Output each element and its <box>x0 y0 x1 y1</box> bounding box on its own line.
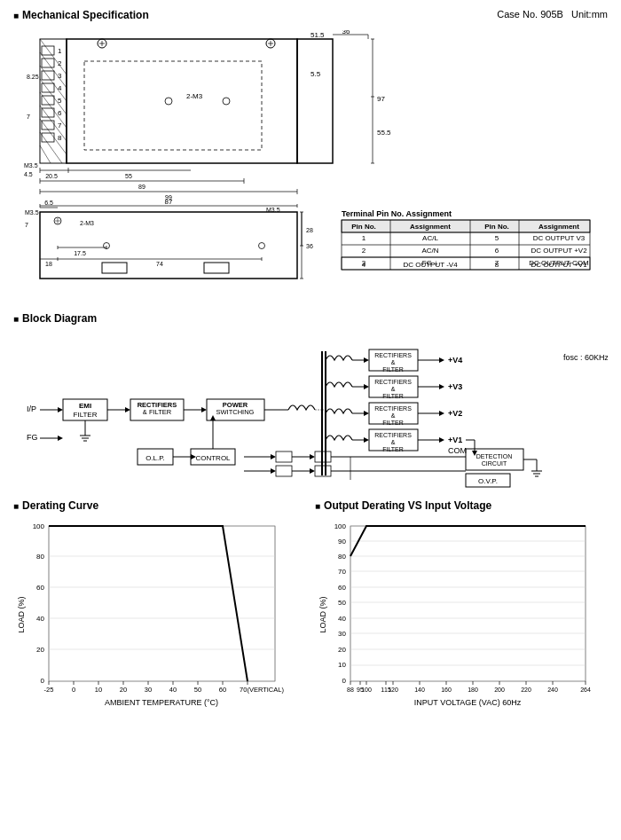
svg-text:& FILTER: & FILTER <box>143 408 172 416</box>
svg-text:DC OUTPUT -V4: DC OUTPUT -V4 <box>403 261 458 269</box>
svg-text:1: 1 <box>362 234 366 242</box>
svg-rect-225 <box>276 466 292 476</box>
block-diagram-section: Block Diagram fosc : 60KHz I/P EMI FILTE… <box>13 312 608 491</box>
svg-line-3 <box>40 52 67 88</box>
svg-marker-217 <box>271 454 276 459</box>
svg-text:1: 1 <box>58 47 62 55</box>
svg-rect-36 <box>84 61 262 150</box>
svg-line-5 <box>40 79 67 114</box>
svg-text:+V3: +V3 <box>448 382 462 391</box>
svg-text:4: 4 <box>362 261 366 269</box>
svg-text:COM: COM <box>448 446 467 455</box>
mech-drawing: 1 2 3 4 5 6 7 8 2-M3 36 97 <box>13 30 608 305</box>
svg-text:FILTER: FILTER <box>382 366 404 373</box>
svg-marker-139 <box>58 436 63 441</box>
svg-text:M3.5: M3.5 <box>24 162 38 169</box>
svg-text:90: 90 <box>338 538 346 546</box>
svg-rect-0 <box>67 39 297 163</box>
svg-text:10: 10 <box>338 661 346 669</box>
svg-text:Pin No.: Pin No. <box>484 223 509 231</box>
svg-text:AC/L: AC/L <box>422 234 438 242</box>
svg-text:&: & <box>391 439 396 445</box>
svg-text:2-M3: 2-M3 <box>186 92 203 100</box>
svg-text:18: 18 <box>45 261 52 267</box>
mech-spec-title: Mechanical Specification <box>13 9 149 21</box>
svg-text:AC/N: AC/N <box>421 247 438 255</box>
svg-text:Assignment: Assignment <box>538 223 579 231</box>
svg-text:O.V.P.: O.V.P. <box>478 477 498 485</box>
svg-text:DETECTION: DETECTION <box>476 453 512 459</box>
svg-text:CONTROL: CONTROL <box>195 454 231 462</box>
svg-marker-227 <box>310 468 315 474</box>
svg-text:28: 28 <box>306 227 313 233</box>
svg-text:120: 120 <box>388 687 398 693</box>
svg-text:40: 40 <box>338 615 346 623</box>
svg-text:6.5: 6.5 <box>44 200 53 206</box>
svg-marker-220 <box>310 454 315 459</box>
svg-rect-101 <box>204 263 229 273</box>
svg-marker-133 <box>58 407 63 412</box>
svg-text:8.25: 8.25 <box>27 74 39 80</box>
svg-marker-145 <box>125 407 130 412</box>
svg-text:30: 30 <box>145 686 152 694</box>
block-diagram-svg: fosc : 60KHz I/P EMI FILTER FG R <box>13 334 608 489</box>
svg-text:50: 50 <box>338 599 346 607</box>
svg-text:RECTIFIERS: RECTIFIERS <box>374 432 412 438</box>
svg-text:2: 2 <box>362 247 366 255</box>
derating-curve-section: Derating Curve LOAD (%) 100 80 60 40 <box>13 499 306 714</box>
bottom-charts: Derating Curve LOAD (%) 100 80 60 40 <box>13 499 608 714</box>
svg-text:89: 89 <box>138 184 145 190</box>
svg-text:4: 4 <box>58 84 62 92</box>
svg-text:FILTER: FILTER <box>382 420 404 426</box>
svg-text:LOAD (%): LOAD (%) <box>17 596 26 632</box>
svg-rect-11 <box>42 46 54 55</box>
svg-rect-14 <box>42 83 54 92</box>
svg-text:O.L.P.: O.L.P. <box>145 454 165 462</box>
svg-text:70(VERTICAL): 70(VERTICAL) <box>240 686 284 694</box>
svg-text:20: 20 <box>338 646 346 654</box>
svg-text:Terminal Pin No. Assignment: Terminal Pin No. Assignment <box>342 209 452 218</box>
svg-text:17.5: 17.5 <box>74 250 86 256</box>
svg-text:55: 55 <box>125 173 132 179</box>
svg-text:8: 8 <box>495 261 499 269</box>
svg-text:RECTIFIERS: RECTIFIERS <box>374 352 412 358</box>
svg-text:88: 88 <box>347 687 354 693</box>
output-derating-title: Output Derating VS Input Voltage <box>315 499 608 512</box>
svg-text:2-M3: 2-M3 <box>80 220 94 226</box>
svg-text:20: 20 <box>36 646 44 654</box>
svg-marker-159 <box>364 357 369 363</box>
derating-curve-title: Derating Curve <box>13 499 306 512</box>
svg-rect-267 <box>350 526 586 681</box>
svg-text:140: 140 <box>414 687 425 693</box>
svg-text:4.5: 4.5 <box>24 171 33 177</box>
svg-text:220: 220 <box>521 687 531 693</box>
fosc-label: fosc : 60KHz <box>563 353 608 362</box>
svg-text:0: 0 <box>41 677 45 685</box>
svg-text:DC OUTPUT +V2: DC OUTPUT +V2 <box>531 247 587 255</box>
svg-line-7 <box>40 106 67 141</box>
svg-marker-168 <box>364 384 369 389</box>
svg-text:51.5: 51.5 <box>310 31 325 39</box>
svg-line-8 <box>40 119 67 154</box>
svg-text:+V2: +V2 <box>448 409 462 418</box>
svg-text:&: & <box>391 386 396 392</box>
svg-text:5.5: 5.5 <box>310 70 321 78</box>
svg-text:100: 100 <box>334 522 347 530</box>
derating-curve-chart: LOAD (%) 100 80 60 40 20 0 -25 <box>13 517 288 712</box>
svg-text:36: 36 <box>342 30 350 35</box>
svg-text:87: 87 <box>165 198 173 206</box>
svg-text:30: 30 <box>338 630 346 638</box>
svg-text:0: 0 <box>342 677 347 685</box>
svg-marker-177 <box>364 411 369 416</box>
output-derating-section: Output Derating VS Input Voltage LOAD (%… <box>315 499 608 714</box>
svg-text:55.5: 55.5 <box>377 129 391 137</box>
svg-marker-224 <box>271 468 276 474</box>
svg-text:60: 60 <box>338 584 346 592</box>
svg-text:5: 5 <box>58 97 62 105</box>
svg-point-33 <box>165 98 172 105</box>
svg-text:6: 6 <box>58 109 62 117</box>
svg-text:Pin No.: Pin No. <box>351 223 376 231</box>
mech-spec-header: Mechanical Specification Case No. 905B U… <box>13 9 608 27</box>
svg-text:FG: FG <box>27 433 38 442</box>
svg-text:M3.5: M3.5 <box>25 209 39 216</box>
